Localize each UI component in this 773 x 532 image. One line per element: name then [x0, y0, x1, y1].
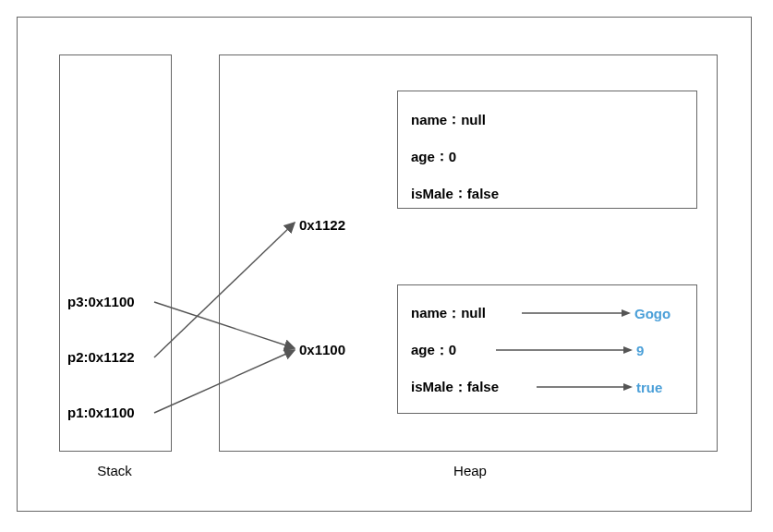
stack-var: p3: [67, 294, 84, 309]
field-row: age：0: [411, 138, 683, 175]
arrow-right-icon: [496, 344, 633, 357]
stack-addr: 0x1122: [89, 349, 135, 365]
field-new-value: 9: [636, 343, 644, 358]
arrow-right-icon: [537, 381, 633, 393]
field-value: null: [461, 305, 486, 320]
colon: ：: [435, 342, 449, 357]
field-label: name: [411, 305, 447, 320]
heap-address-a: 0x1122: [299, 217, 345, 233]
colon: ：: [435, 148, 449, 165]
stack-label: Stack: [87, 463, 142, 478]
heap-object-0x1100: name：null Gogo age：0 9 isMale：false true: [397, 284, 697, 414]
outer-frame: p3:0x1100 p2:0x1122 p1:0x1100 0x1122 0x1…: [17, 17, 752, 512]
field-label: isMale: [411, 379, 453, 394]
field-value: false: [467, 186, 499, 201]
heap-region: 0x1122 0x1100 name：null age：0 isMale：fal…: [219, 54, 718, 452]
colon: ：: [453, 379, 467, 394]
field-new-value: true: [636, 380, 662, 395]
field-label: isMale: [411, 186, 453, 201]
field-label: name: [411, 112, 447, 127]
field-value: 0: [449, 342, 456, 357]
field-row: isMale：false: [411, 175, 683, 212]
field-value: null: [461, 112, 486, 127]
stack-region: p3:0x1100 p2:0x1122 p1:0x1100: [59, 54, 172, 452]
field-new-value: Gogo: [634, 306, 670, 321]
colon: ：: [453, 185, 467, 202]
stack-entry-p3: p3:0x1100: [67, 294, 135, 309]
colon: ：: [447, 305, 461, 320]
heap-label: Heap: [442, 463, 498, 478]
stack-entry-p1: p1:0x1100: [67, 405, 135, 420]
heap-object-0x1122: name：null age：0 isMale：false: [397, 91, 697, 209]
svg-marker-3: [623, 346, 633, 354]
field-value: false: [467, 379, 499, 394]
stack-entry-p2: p2:0x1122: [67, 349, 135, 365]
svg-marker-1: [622, 309, 631, 317]
arrow-right-icon: [522, 307, 631, 320]
stack-var: p2: [67, 349, 84, 365]
field-label: age: [411, 149, 435, 164]
field-row: name：null Gogo: [411, 295, 683, 332]
field-value: 0: [449, 149, 456, 164]
svg-marker-5: [623, 383, 633, 391]
heap-address-b: 0x1100: [299, 342, 345, 357]
stack-var: p1: [67, 405, 84, 420]
field-row: isMale：false true: [411, 369, 683, 405]
field-label: age: [411, 342, 435, 357]
colon: ：: [447, 111, 461, 128]
stack-addr: 0x1100: [89, 405, 135, 420]
stack-addr: 0x1100: [89, 294, 135, 309]
field-row: age：0 9: [411, 332, 683, 369]
field-row: name：null: [411, 101, 683, 138]
